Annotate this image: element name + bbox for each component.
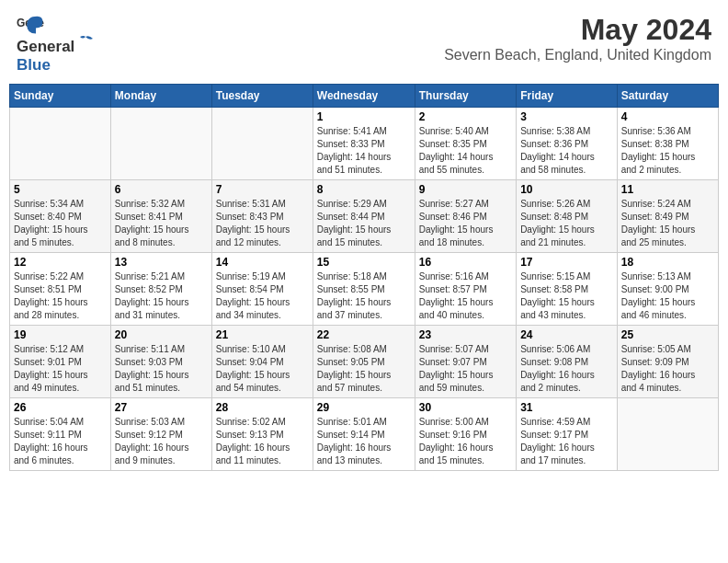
day-cell bbox=[617, 398, 718, 471]
day-info-line: Sunset: 8:44 PM bbox=[317, 211, 411, 224]
day-info-line: Daylight: 16 hours bbox=[419, 442, 512, 454]
day-cell: 13Sunrise: 5:21 AMSunset: 8:52 PMDayligh… bbox=[110, 253, 211, 326]
day-info-line: Daylight: 15 hours bbox=[216, 224, 309, 236]
day-info-line: Daylight: 15 hours bbox=[317, 296, 411, 309]
day-cell: 27Sunrise: 5:03 AMSunset: 9:12 PMDayligh… bbox=[110, 398, 211, 471]
day-info-line: Sunset: 8:38 PM bbox=[621, 138, 714, 151]
day-info-line: and 13 minutes. bbox=[317, 454, 411, 467]
day-info-line: and 12 minutes. bbox=[216, 236, 309, 249]
day-cell: 15Sunrise: 5:18 AMSunset: 8:55 PMDayligh… bbox=[313, 253, 415, 326]
day-cell: 29Sunrise: 5:01 AMSunset: 9:14 PMDayligh… bbox=[313, 398, 415, 471]
day-number: 6 bbox=[115, 183, 208, 196]
day-info-line: Sunrise: 5:04 AM bbox=[14, 416, 107, 429]
week-row-5: 26Sunrise: 5:04 AMSunset: 9:11 PMDayligh… bbox=[10, 398, 719, 471]
calendar-table: Sunday Monday Tuesday Wednesday Thursday… bbox=[9, 84, 719, 471]
day-info-line: Sunset: 8:48 PM bbox=[520, 211, 613, 224]
day-info-line: Sunset: 9:00 PM bbox=[621, 283, 714, 296]
logo: General General Blue bbox=[17, 13, 97, 75]
day-info-line: Sunrise: 5:41 AM bbox=[317, 125, 411, 138]
day-info-line: Daylight: 15 hours bbox=[419, 224, 512, 236]
day-info-line: Sunrise: 5:24 AM bbox=[621, 198, 714, 211]
day-info-line: Sunset: 9:12 PM bbox=[115, 429, 208, 442]
day-info-line: and 43 minutes. bbox=[520, 309, 613, 322]
day-number: 2 bbox=[419, 110, 512, 123]
day-number: 11 bbox=[621, 183, 714, 196]
week-row-1: 1Sunrise: 5:41 AMSunset: 8:33 PMDaylight… bbox=[10, 108, 719, 180]
day-info-line: Sunrise: 5:19 AM bbox=[216, 270, 309, 283]
day-info-line: Daylight: 15 hours bbox=[419, 369, 512, 382]
day-info-line: Daylight: 15 hours bbox=[520, 224, 613, 236]
day-info-line: Sunset: 8:51 PM bbox=[14, 283, 107, 296]
day-info-line: Daylight: 15 hours bbox=[14, 224, 107, 236]
day-info-line: Sunset: 9:09 PM bbox=[621, 356, 714, 369]
day-info-line: and 5 minutes. bbox=[14, 236, 107, 249]
day-number: 24 bbox=[520, 328, 613, 341]
day-info-line: Sunrise: 5:32 AM bbox=[115, 198, 208, 211]
day-info-line: Daylight: 16 hours bbox=[14, 442, 107, 454]
day-info-line: and 18 minutes. bbox=[419, 236, 512, 249]
day-number: 16 bbox=[419, 256, 512, 269]
day-info-line: Sunrise: 4:59 AM bbox=[520, 416, 613, 429]
day-info-line: Daylight: 15 hours bbox=[14, 296, 107, 309]
day-info-line: Daylight: 16 hours bbox=[115, 442, 208, 454]
day-info-line: Sunrise: 5:15 AM bbox=[520, 270, 613, 283]
day-cell: 18Sunrise: 5:13 AMSunset: 9:00 PMDayligh… bbox=[617, 253, 718, 326]
day-info-line: Sunset: 9:03 PM bbox=[115, 356, 208, 369]
day-info-line: and 59 minutes. bbox=[419, 382, 512, 395]
day-cell: 25Sunrise: 5:05 AMSunset: 9:09 PMDayligh… bbox=[617, 326, 718, 398]
day-info-line: Sunset: 9:01 PM bbox=[14, 356, 107, 369]
day-info-line: and 51 minutes. bbox=[317, 164, 411, 177]
day-number: 15 bbox=[317, 256, 411, 269]
day-info-line: Sunrise: 5:38 AM bbox=[520, 125, 613, 138]
day-cell: 12Sunrise: 5:22 AMSunset: 8:51 PMDayligh… bbox=[10, 253, 111, 326]
day-cell: 31Sunrise: 4:59 AMSunset: 9:17 PMDayligh… bbox=[517, 398, 618, 471]
day-number: 1 bbox=[317, 110, 411, 123]
day-info-line: Sunrise: 5:27 AM bbox=[419, 198, 512, 211]
day-cell: 2Sunrise: 5:40 AMSunset: 8:35 PMDaylight… bbox=[415, 108, 516, 180]
day-info-line: and 55 minutes. bbox=[419, 164, 512, 177]
day-info-line: Daylight: 14 hours bbox=[520, 151, 613, 164]
day-cell: 10Sunrise: 5:26 AMSunset: 8:48 PMDayligh… bbox=[517, 180, 618, 253]
day-cell: 19Sunrise: 5:12 AMSunset: 9:01 PMDayligh… bbox=[10, 326, 111, 398]
day-info-line: Sunset: 9:08 PM bbox=[520, 356, 613, 369]
day-info-line: and 8 minutes. bbox=[115, 236, 208, 249]
day-info-line: Sunrise: 5:36 AM bbox=[621, 125, 714, 138]
day-info-line: Sunrise: 5:03 AM bbox=[115, 416, 208, 429]
day-info-line: Sunset: 8:43 PM bbox=[216, 211, 309, 224]
day-info-line: Sunset: 9:11 PM bbox=[14, 429, 107, 442]
day-number: 27 bbox=[115, 401, 208, 414]
day-info-line: Sunset: 9:07 PM bbox=[419, 356, 512, 369]
weekday-header-row: Sunday Monday Tuesday Wednesday Thursday… bbox=[10, 85, 719, 108]
day-cell: 20Sunrise: 5:11 AMSunset: 9:03 PMDayligh… bbox=[110, 326, 211, 398]
day-info-line: Sunset: 8:41 PM bbox=[115, 211, 208, 224]
day-info-line: Sunset: 9:13 PM bbox=[216, 429, 309, 442]
day-info-line: Daylight: 15 hours bbox=[621, 224, 714, 236]
day-cell: 5Sunrise: 5:34 AMSunset: 8:40 PMDaylight… bbox=[10, 180, 111, 253]
day-info-line: Sunrise: 5:22 AM bbox=[14, 270, 107, 283]
day-number: 25 bbox=[621, 328, 714, 341]
day-info-line: Sunset: 9:05 PM bbox=[317, 356, 411, 369]
day-info-line: Sunrise: 5:13 AM bbox=[621, 270, 714, 283]
day-cell bbox=[110, 108, 211, 180]
day-info-line: Sunrise: 5:08 AM bbox=[317, 343, 411, 356]
day-cell: 21Sunrise: 5:10 AMSunset: 9:04 PMDayligh… bbox=[211, 326, 313, 398]
day-info-line: Daylight: 16 hours bbox=[520, 369, 613, 382]
day-number: 19 bbox=[14, 328, 107, 341]
day-cell: 24Sunrise: 5:06 AMSunset: 9:08 PMDayligh… bbox=[517, 326, 618, 398]
day-info-line: Sunset: 9:16 PM bbox=[419, 429, 512, 442]
day-info-line: Sunrise: 5:16 AM bbox=[419, 270, 512, 283]
day-info-line: Daylight: 14 hours bbox=[317, 151, 411, 164]
day-info-line: and 17 minutes. bbox=[520, 454, 613, 467]
calendar-subtitle: Severn Beach, England, United Kingdom bbox=[444, 47, 711, 63]
day-info-line: Sunrise: 5:05 AM bbox=[621, 343, 714, 356]
day-info-line: Sunset: 8:33 PM bbox=[317, 138, 411, 151]
page-header: General General Blue May 2024 Severn Bea… bbox=[9, 9, 719, 78]
day-info-line: and 31 minutes. bbox=[115, 309, 208, 322]
day-info-line: Daylight: 14 hours bbox=[419, 151, 512, 164]
day-number: 28 bbox=[216, 401, 309, 414]
day-number: 4 bbox=[621, 110, 714, 123]
logo-bird-icon bbox=[76, 33, 95, 52]
day-info-line: Sunset: 8:49 PM bbox=[621, 211, 714, 224]
day-info-line: Daylight: 16 hours bbox=[216, 442, 309, 454]
day-number: 12 bbox=[14, 256, 107, 269]
